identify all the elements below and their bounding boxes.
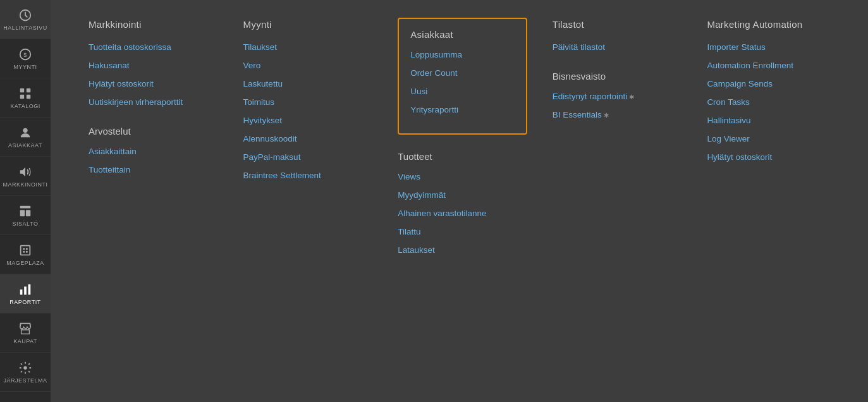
sidebar-label-raportit: RAPORTIT xyxy=(9,299,40,305)
clock-icon xyxy=(18,8,32,22)
link-bi-essentials[interactable]: BI Essentials ✱ xyxy=(553,110,682,119)
sidebar-item-raportit[interactable]: RAPORTIT xyxy=(0,274,51,314)
svg-text:$: $ xyxy=(23,51,27,58)
section-markkinointi: Markkinointi Tuotteita ostoskorissa Haku… xyxy=(70,19,231,389)
group-tuotteet: Tuotteet Views Myydyimmät Alhainen varas… xyxy=(398,151,527,255)
gear-icon xyxy=(18,361,32,375)
sidebar-item-myynti[interactable]: $ MYYNTI xyxy=(0,39,51,78)
sidebar-label-katalogi: KATALOGI xyxy=(10,103,40,109)
link-paypal-maksut[interactable]: PayPal-maksut xyxy=(243,152,373,162)
svg-rect-12 xyxy=(23,248,25,250)
link-yritysraportti[interactable]: Yritysraportti xyxy=(410,105,515,114)
dollar-icon: $ xyxy=(18,47,32,61)
sidebar-item-jarjestelma[interactable]: JÄRJESTELMA xyxy=(0,353,51,392)
barchart-icon xyxy=(18,283,32,296)
sidebar-label-sisalto: SISÄLTÖ xyxy=(13,221,39,227)
person-icon xyxy=(18,126,32,140)
sidebar-item-mageplaza[interactable]: MAGEPLAZA xyxy=(0,235,51,274)
link-toimitus[interactable]: Toimitus xyxy=(243,97,373,107)
link-myydyimmat[interactable]: Myydyimmät xyxy=(398,190,527,200)
svg-rect-8 xyxy=(20,205,31,208)
group-markkinointi: Markkinointi Tuotteita ostoskorissa Haku… xyxy=(89,19,218,107)
bisnesvaisto-title: Bisnesvaisto xyxy=(553,71,682,82)
svg-rect-19 xyxy=(21,329,30,333)
svg-point-20 xyxy=(23,366,27,370)
sidebar-item-kaupat[interactable]: KAUPAT xyxy=(0,314,51,353)
link-uusi[interactable]: Uusi xyxy=(410,87,515,96)
arvostelut-title: Arvostelut xyxy=(89,126,218,137)
link-edistynyt-raportointi[interactable]: Edistynyt raportointi ✱ xyxy=(553,92,682,101)
sidebar-label-myynti: MYYNTI xyxy=(13,64,37,70)
link-hylatyt-ostoskorit-ma[interactable]: Hylätyt ostoskorit xyxy=(707,152,836,162)
link-alennuskoodit[interactable]: Alennuskoodit xyxy=(243,134,373,143)
layout-icon xyxy=(18,204,32,218)
group-arvostelut: Arvostelut Asiakkaittain Tuotteittain xyxy=(89,126,218,174)
myynti-title: Myynti xyxy=(243,19,373,30)
marketing-automation-title: Marketing Automation xyxy=(707,19,836,30)
link-hallintasivu-ma[interactable]: Hallintasivu xyxy=(707,116,836,125)
link-asiakkaittain[interactable]: Asiakkaittain xyxy=(89,147,218,156)
link-hyvitykset[interactable]: Hyvitykset xyxy=(243,116,373,125)
sidebar-item-hallintasivu[interactable]: HALLINTASIVU xyxy=(0,0,51,39)
tilastot-title: Tilastot xyxy=(553,19,682,30)
group-bisnesvaisto: Bisnesvaisto Edistynyt raportointi ✱ BI … xyxy=(553,71,682,119)
sidebar-item-katalogi[interactable]: KATALOGI xyxy=(0,78,51,118)
svg-rect-6 xyxy=(27,94,30,98)
store-icon xyxy=(18,322,32,336)
sidebar-label-jarjestelma: JÄRJESTELMA xyxy=(3,377,47,384)
main-content: Markkinointi Tuotteita ostoskorissa Haku… xyxy=(51,0,868,402)
sidebar-label-mageplaza: MAGEPLAZA xyxy=(6,260,44,266)
svg-rect-13 xyxy=(26,248,28,250)
svg-rect-4 xyxy=(27,88,30,92)
link-views[interactable]: Views xyxy=(398,172,527,181)
sidebar: HALLINTASIVU $ MYYNTI KATALOGI ASIAKKAAT xyxy=(0,0,51,402)
section-myynti: Myynti Tilaukset Vero Laskutettu Toimitu… xyxy=(231,19,386,389)
svg-point-7 xyxy=(23,128,27,132)
link-tilattu[interactable]: Tilattu xyxy=(398,227,527,236)
link-paivita-tilastot[interactable]: Päivitä tilastot xyxy=(553,42,682,52)
edistynyt-raportointi-label: Edistynyt raportointi xyxy=(553,92,628,101)
svg-rect-15 xyxy=(26,250,28,252)
sidebar-label-kaupat: KAUPAT xyxy=(13,338,37,344)
sidebar-label-asiakkaat: ASIAKKAAT xyxy=(8,142,42,149)
link-order-count[interactable]: Order Count xyxy=(410,68,515,78)
link-lataukset[interactable]: Lataukset xyxy=(398,245,527,255)
sidebar-item-asiakkaat[interactable]: ASIAKKAAT xyxy=(0,118,51,157)
svg-rect-14 xyxy=(23,250,25,252)
link-loppusumma[interactable]: Loppusumma xyxy=(410,50,515,59)
sidebar-item-markkinointi[interactable]: MARKKINOINTI xyxy=(0,157,51,196)
link-tuotteittain[interactable]: Tuotteittain xyxy=(89,165,218,174)
link-alhainen-varasto[interactable]: Alhainen varastotilanne xyxy=(398,209,527,218)
link-laskutettu[interactable]: Laskutettu xyxy=(243,79,373,88)
tuotteet-title: Tuotteet xyxy=(398,151,527,162)
asiakkaat-title: Asiakkaat xyxy=(410,29,515,40)
link-log-viewer[interactable]: Log Viewer xyxy=(707,134,836,143)
megaphone-icon xyxy=(18,165,32,179)
link-hylatyt-ostoskorit[interactable]: Hylätyt ostoskorit xyxy=(89,79,218,88)
external-icon-1: ✱ xyxy=(627,94,634,100)
building-icon xyxy=(18,243,32,257)
link-uutiskirjeen-virheraporttit[interactable]: Uutiskirjeen virheraporttit xyxy=(89,97,218,107)
svg-rect-11 xyxy=(21,245,30,255)
section-asiakkaat: Asiakkaat Loppusumma Order Count Uusi Yr… xyxy=(385,19,540,389)
external-icon-2: ✱ xyxy=(602,112,609,119)
grid-icon xyxy=(18,87,32,100)
link-campaign-sends[interactable]: Campaign Sends xyxy=(707,79,836,88)
sidebar-label-hallintasivu: HALLINTASIVU xyxy=(3,25,47,31)
link-automation-enrollment[interactable]: Automation Enrollment xyxy=(707,61,836,70)
bi-essentials-label: BI Essentials xyxy=(553,110,602,119)
link-importer-status[interactable]: Importer Status xyxy=(707,42,836,52)
link-hakusanat[interactable]: Hakusanat xyxy=(89,61,218,70)
svg-rect-10 xyxy=(26,210,30,216)
section-tilastot: Tilastot Päivitä tilastot Bisnesvaisto E… xyxy=(540,19,695,389)
link-tilaukset[interactable]: Tilaukset xyxy=(243,42,373,52)
svg-rect-5 xyxy=(20,94,24,98)
link-braintree[interactable]: Braintree Settlement xyxy=(243,171,373,180)
group-tilastot: Tilastot Päivitä tilastot xyxy=(553,19,682,52)
sidebar-item-sisalto[interactable]: SISÄLTÖ xyxy=(0,196,51,235)
markkinointi-title: Markkinointi xyxy=(89,19,218,30)
svg-rect-3 xyxy=(20,88,24,92)
link-cron-tasks[interactable]: Cron Tasks xyxy=(707,97,836,107)
link-tuotteita-ostoskorissa[interactable]: Tuotteita ostoskorissa xyxy=(89,42,218,52)
link-vero[interactable]: Vero xyxy=(243,61,373,70)
